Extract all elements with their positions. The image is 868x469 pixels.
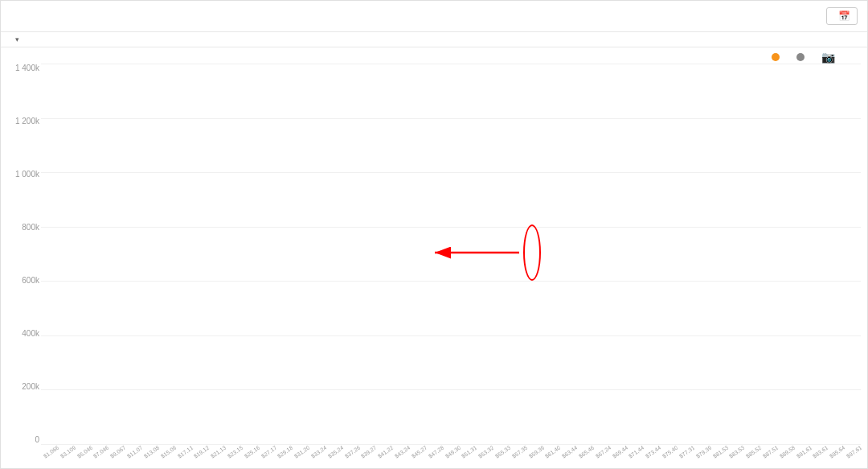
bars-wrapper bbox=[41, 64, 861, 444]
x-label: $63,449.38 bbox=[561, 445, 578, 459]
x-label: $61,405.07 bbox=[544, 445, 561, 459]
x-label: $19,125.11 bbox=[193, 445, 210, 459]
x-label: $21,137.90 bbox=[210, 445, 227, 459]
x-label: $97,619.03 bbox=[845, 445, 862, 459]
x-label: $69,448.01 bbox=[612, 445, 628, 459]
x-label: $17,112.36 bbox=[176, 445, 193, 459]
chart-area: 1 400k 1 200k 1 000k 800k 600k 400k 200k… bbox=[41, 64, 861, 468]
x-label: $35,249.62 bbox=[327, 445, 344, 459]
x-label: $55,338.62 bbox=[494, 445, 511, 459]
x-label: $75,409.27 bbox=[661, 445, 678, 459]
legend-closing bbox=[796, 53, 809, 61]
x-label: $13,086.54 bbox=[143, 445, 160, 459]
x-label: $51,313.50 bbox=[461, 445, 477, 459]
x-axis: $1,066.88$3,109.97$5,046.80$7,046.80$9,0… bbox=[41, 444, 861, 468]
x-label: $15,099.95 bbox=[160, 445, 177, 459]
x-label: $29,188.42 bbox=[276, 445, 293, 459]
x-label: $3,109.97 bbox=[59, 445, 76, 459]
x-label: $1,066.88 bbox=[43, 445, 59, 459]
y-label-1000k: 1 000k bbox=[15, 170, 39, 179]
y-label-800k: 800k bbox=[22, 223, 39, 232]
x-label: $65,462.01 bbox=[578, 445, 595, 459]
x-label: $93,619.60 bbox=[812, 445, 829, 459]
x-label: $77,315.80 bbox=[678, 445, 695, 459]
x-label: $53,326.13 bbox=[477, 445, 494, 459]
x-label: $85,526.54 bbox=[745, 445, 762, 459]
x-label: $39,275.82 bbox=[360, 445, 377, 459]
x-label: $7,046.80 bbox=[92, 445, 109, 459]
y-label-200k: 200k bbox=[22, 382, 39, 391]
x-label: $57,351.13 bbox=[511, 445, 528, 459]
y-label-1400k: 1 400k bbox=[15, 64, 39, 72]
x-label: $73,446.03 bbox=[645, 445, 661, 459]
x-label: $11,073.23 bbox=[126, 445, 143, 459]
x-label: $49,300.53 bbox=[444, 445, 461, 459]
legend-urpd bbox=[772, 53, 784, 61]
chart-header: 📅 bbox=[1, 1, 867, 32]
date-picker[interactable]: 📅 bbox=[826, 7, 858, 25]
x-label: $47,287.87 bbox=[428, 445, 444, 459]
y-axis: 1 400k 1 200k 1 000k 800k 600k 400k 200k… bbox=[4, 64, 39, 444]
x-label: $71,447.82 bbox=[628, 445, 645, 459]
calendar-icon: 📅 bbox=[838, 10, 850, 22]
x-label: $23,150.42 bbox=[227, 445, 244, 459]
x-label: $33,246.30 bbox=[310, 445, 327, 459]
x-label: $27,175.93 bbox=[260, 445, 276, 459]
x-label: $83,539.21 bbox=[728, 445, 745, 459]
x-label: $95,645.72 bbox=[829, 445, 845, 459]
x-label: $45,275.38 bbox=[411, 445, 428, 459]
x-label: $59,392.78 bbox=[527, 445, 544, 459]
scale-row: ▾ bbox=[1, 32, 867, 47]
legend-dot-closing bbox=[796, 53, 805, 61]
y-label-600k: 600k bbox=[22, 276, 39, 285]
x-label: $91,619.03 bbox=[795, 445, 812, 459]
y-label-400k: 400k bbox=[22, 329, 39, 338]
x-label: $43,242.95 bbox=[394, 445, 411, 459]
y-label-1200k: 1 200k bbox=[15, 117, 39, 125]
x-label: $5,046.80 bbox=[76, 445, 93, 459]
x-label: $79,399.21 bbox=[695, 445, 712, 459]
camera-icon[interactable]: 📷 bbox=[821, 51, 835, 64]
y-label-0: 0 bbox=[35, 435, 39, 444]
x-label: $31,200.30 bbox=[293, 445, 310, 459]
chevron-down-icon: ▾ bbox=[15, 35, 19, 43]
x-label: $25,163.05 bbox=[244, 445, 260, 459]
legend-dot-urpd bbox=[772, 53, 780, 61]
x-label: $67,246.07 bbox=[595, 445, 612, 459]
chart-container: 📅 ▾ 📷 1 400k 1 200k 1 000k 800k bbox=[0, 0, 868, 469]
x-label: $89,582.46 bbox=[779, 445, 796, 459]
x-label: $9,067.23 bbox=[109, 445, 126, 459]
x-label: $87,519.06 bbox=[762, 445, 779, 459]
x-label: $41,229.62 bbox=[377, 445, 394, 459]
chart-legend: 📷 bbox=[1, 47, 867, 64]
scale-selector[interactable]: ▾ bbox=[14, 35, 19, 43]
x-label: $81,538.21 bbox=[711, 445, 728, 459]
x-label: $37,262.93 bbox=[344, 445, 361, 459]
